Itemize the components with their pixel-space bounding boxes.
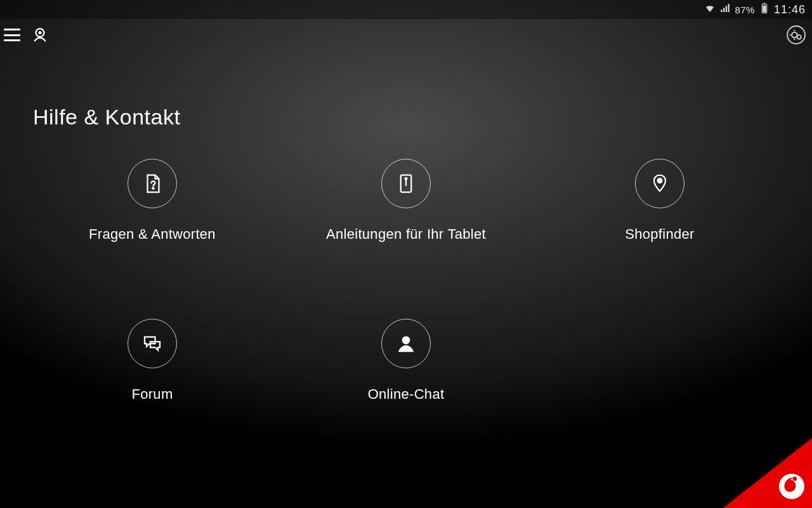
tile-forum[interactable]: Forum [25, 319, 279, 403]
battery-icon [759, 3, 770, 17]
status-clock: 11:46 [774, 3, 806, 17]
tile-shopfinder[interactable]: Shopfinder [533, 159, 787, 243]
svg-point-15 [405, 178, 407, 180]
svg-point-16 [658, 178, 662, 183]
svg-point-19 [793, 477, 797, 481]
tile-shopfinder-label: Shopfinder [625, 226, 694, 243]
faq-icon [128, 159, 177, 208]
chat-bubbles-icon [128, 319, 177, 368]
tile-faq[interactable]: Fragen & Antworten [25, 159, 279, 243]
action-bar [0, 19, 812, 51]
tile-forum-label: Forum [131, 386, 173, 403]
battery-percent: 87% [735, 4, 755, 15]
person-icon [381, 319, 431, 368]
signal-icon [719, 3, 731, 17]
svg-point-17 [403, 337, 410, 344]
tablet-icon [381, 159, 431, 208]
tile-online-chat[interactable]: Online-Chat [279, 319, 533, 403]
tile-faq-label: Fragen & Antworten [89, 226, 216, 243]
page-title: Hilfe & Kontakt [33, 105, 180, 130]
svg-point-6 [792, 32, 797, 38]
svg-point-12 [152, 187, 154, 189]
tile-guides-label: Anleitungen für Ihr Tablet [326, 226, 486, 243]
profile-icon[interactable] [28, 23, 52, 47]
wifi-icon [704, 3, 716, 17]
tile-online-chat-label: Online-Chat [368, 386, 445, 403]
svg-point-4 [38, 31, 41, 34]
vodafone-logo-icon [778, 472, 806, 503]
svg-point-7 [797, 35, 801, 39]
settings-button[interactable] [784, 23, 808, 47]
tile-guides[interactable]: Anleitungen für Ihr Tablet [279, 159, 533, 243]
svg-rect-2 [763, 3, 765, 4]
location-pin-icon [635, 159, 684, 208]
tile-grid: Fragen & Antworten Anleitungen für Ihr T… [0, 159, 812, 403]
status-bar: 87% 11:46 [0, 0, 812, 19]
svg-rect-1 [763, 6, 766, 13]
menu-button[interactable] [4, 29, 20, 41]
